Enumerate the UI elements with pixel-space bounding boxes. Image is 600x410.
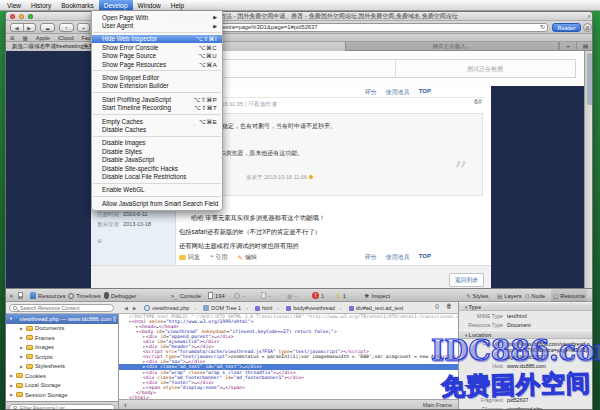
- tab-resources[interactable]: Resources: [30, 289, 66, 302]
- bookmark-item-apple[interactable]: Apple: [36, 35, 50, 41]
- error-count-badge[interactable]: !1: [312, 289, 324, 302]
- disclosure-icon[interactable]: ▶: [19, 364, 24, 369]
- zoom-window-button[interactable]: [28, 14, 33, 19]
- post-link-使用道具[interactable]: 使用道具: [386, 88, 410, 97]
- bookmark-item-icloud[interactable]: iCloud: [58, 35, 74, 41]
- clear-icon[interactable]: 🗑: [446, 303, 452, 309]
- menubar-item-develop[interactable]: Develop: [99, 0, 133, 10]
- nav-forward-icon[interactable]: ▶: [133, 305, 137, 311]
- menu-item-start-timeline-recording[interactable]: Start Timeline Recording⌥⇧⌘T: [92, 104, 222, 112]
- disclosure-icon[interactable]: ▶: [19, 354, 24, 359]
- profile-expand-icon[interactable]: ⊕: [97, 237, 102, 244]
- breadcrumb-tree[interactable]: DOM Tree 1: [203, 305, 248, 311]
- source-code-view[interactable]: <!DOCTYPE html PUBLIC "-//W3C//DTD XHTML…: [119, 314, 458, 399]
- grid-icon[interactable]: ⊞: [10, 35, 15, 41]
- disclosure-icon[interactable]: ▶: [19, 326, 24, 331]
- panel-tab-layers[interactable]: ▤Layers: [495, 289, 524, 302]
- breadcrumb-element[interactable]: body#viewthread: [286, 305, 341, 311]
- menu-item-open-page-with[interactable]: Open Page With▶: [92, 13, 222, 21]
- tab-console[interactable]: >_Console: [171, 289, 201, 302]
- pretty-print-icon[interactable]: {}: [435, 303, 439, 309]
- close-window-button[interactable]: [10, 14, 15, 19]
- disclosure-icon[interactable]: ▼: [9, 316, 13, 321]
- menu-item-enable-webgl[interactable]: Enable WebGL: [92, 186, 222, 194]
- search-input[interactable]: [9, 304, 114, 312]
- sidebar-item-documents[interactable]: ▶Documents: [6, 324, 118, 334]
- frame-selector[interactable]: Main Frame: [423, 402, 452, 408]
- menu-item-show-extension-builder[interactable]: Show Extension Builder: [92, 82, 222, 90]
- post-link-使用道具[interactable]: 使用道具: [386, 253, 410, 262]
- panel-tab-resource[interactable]: ▢Resource: [551, 289, 587, 302]
- post-link-评分[interactable]: 评分: [365, 253, 377, 262]
- menubar-item-history[interactable]: History: [26, 0, 56, 10]
- post-link-top[interactable]: TOP: [419, 88, 431, 97]
- page-scrollbar[interactable]: [584, 51, 593, 288]
- sidebar-item-viewthread-php-www-idc886-com[interactable]: ▼viewthread.php — www.idc886.com: [6, 314, 118, 324]
- menu-item-show-page-resources[interactable]: Show Page Resources⌥⌘A: [92, 60, 222, 68]
- menubar-item-help[interactable]: Help: [166, 0, 189, 10]
- warning-count-badge[interactable]: ⚠1: [335, 289, 346, 302]
- panel-tab-styles[interactable]: ✎Styles: [464, 289, 490, 302]
- menu-item-disable-javascript[interactable]: Disable JavaScript: [92, 155, 222, 163]
- tab-timelines[interactable]: Timelines: [68, 289, 101, 302]
- disclosure-icon[interactable]: ▶: [19, 335, 24, 340]
- menubar-item-window[interactable]: Window: [133, 0, 166, 10]
- dock-side-button[interactable]: [18, 289, 23, 302]
- menu-item-show-snippet-editor[interactable]: Show Snippet Editor: [92, 73, 222, 81]
- menu-item-hide-web-inspector[interactable]: Hide Web Inspector⌥⇧⌘I: [92, 35, 222, 43]
- forward-button[interactable]: ▶: [24, 24, 36, 31]
- fullscreen-icon[interactable]: ↗: [586, 13, 591, 20]
- tab-2[interactable]: 网页正在载入…: [346, 42, 559, 51]
- panel-tab-node[interactable]: ⟨⟩Node: [523, 289, 547, 302]
- new-tab-button[interactable]: +: [77, 23, 90, 32]
- section-header-type[interactable]: Type: [459, 302, 593, 311]
- sidebar-item-cookies[interactable]: ▶Cookies: [6, 371, 118, 381]
- menu-item-allow-javascript-from-smart-search-field[interactable]: Allow JavaScript from Smart Search Field: [92, 199, 222, 207]
- menu-item-disable-caches[interactable]: Disable Caches: [92, 125, 222, 133]
- share-button[interactable]: ↑: [59, 23, 74, 32]
- sidebar-item-images[interactable]: ▶Images: [6, 343, 118, 353]
- back-to-list-button[interactable]: 返回列表: [449, 273, 484, 287]
- sidebar-item-session-storage[interactable]: ▶Session Storage: [6, 390, 118, 400]
- tabbar-new-tab-button[interactable]: +: [559, 42, 576, 51]
- menu-item-disable-local-file-restrictions[interactable]: Disable Local File Restrictions: [92, 172, 222, 180]
- sidebar-item-local-storage[interactable]: ▶Local Storage: [6, 381, 118, 391]
- show-all-tabs-button[interactable]: ▤: [576, 42, 593, 51]
- post-link-top[interactable]: TOP: [419, 253, 431, 262]
- menu-item-show-page-source[interactable]: Show Page Source⌥⌘U: [92, 52, 222, 60]
- scrollbar-thumb[interactable]: [587, 53, 593, 105]
- section-header-location[interactable]: Location: [459, 330, 593, 339]
- menubar-item-view[interactable]: View: [2, 0, 26, 10]
- back-button[interactable]: ◀: [11, 24, 24, 31]
- sidebar-item-frames[interactable]: ▶Frames: [6, 333, 118, 343]
- icloud-tabs-button[interactable]: ☁: [40, 23, 55, 32]
- sidebar-item-stylesheets[interactable]: ▶Stylesheets: [6, 362, 118, 372]
- post-link-评分[interactable]: 评分: [365, 88, 377, 97]
- sidebar-item-scripts[interactable]: ▶Scripts: [6, 352, 118, 362]
- status-up-icon[interactable]: ⬆: [123, 402, 127, 408]
- inspect-button[interactable]: ❖Inspect: [364, 289, 390, 302]
- menu-item-empty-caches[interactable]: Empty Caches⌥⌘E: [92, 117, 222, 125]
- menubar-item-bookmarks[interactable]: Bookmarks: [56, 0, 99, 10]
- disclosure-icon[interactable]: ▶: [9, 383, 14, 388]
- tab-debugger[interactable]: Debugger: [104, 289, 136, 302]
- reload-icon[interactable]: ↻: [540, 24, 545, 32]
- nav-back-icon[interactable]: ◀: [124, 305, 128, 311]
- disclosure-icon[interactable]: ▶: [9, 373, 14, 378]
- menu-item-show-error-console[interactable]: Show Error Console⌥⌘C: [92, 43, 222, 51]
- menu-item-user-agent[interactable]: User Agent▶: [92, 21, 222, 29]
- reader-button[interactable]: Reader: [552, 23, 581, 32]
- breadcrumb-globe[interactable]: viewthread.php: [144, 305, 196, 311]
- inspector-close-button[interactable]: ✕: [9, 289, 14, 302]
- menu-item-disable-images[interactable]: Disable Images: [92, 139, 222, 147]
- menu-item-disable-styles[interactable]: Disable Styles: [92, 147, 222, 155]
- minimize-window-button[interactable]: [19, 14, 24, 19]
- pages-icon[interactable]: ▦: [23, 35, 28, 41]
- menu-item-start-profiling-javascript[interactable]: Start Profiling JavaScript⌥⇧⌘P: [92, 95, 222, 103]
- breadcrumb-element[interactable]: html: [255, 305, 279, 311]
- post-floor-number[interactable]: 6#: [474, 98, 482, 105]
- disclosure-icon[interactable]: ▶: [9, 392, 14, 397]
- gear-button[interactable]: ⚙: [583, 23, 592, 32]
- disclosure-icon[interactable]: ▶: [19, 345, 24, 350]
- menu-item-disable-site-specific-hacks[interactable]: Disable Site-specific Hacks: [92, 164, 222, 172]
